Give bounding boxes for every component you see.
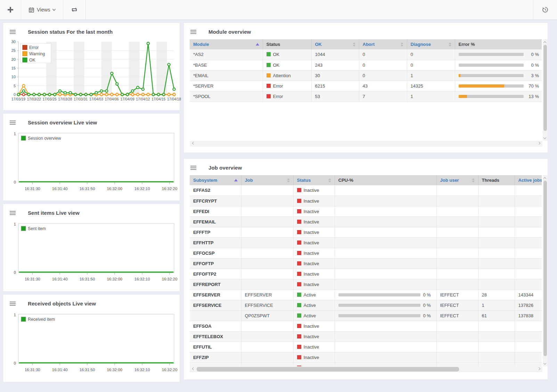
module-row-email[interactable]: *EMAILAttention30013 % <box>190 70 542 81</box>
job-row-effsoa[interactable]: EFFSOAInactive <box>190 321 542 331</box>
session-overview-chart: 10Session overview16:31:3016:31:4016:31:… <box>5 130 179 194</box>
job-row-effocsp[interactable]: EFFOCSPInactive <box>190 248 542 258</box>
job-user-cell <box>436 269 478 279</box>
job-row-effftp[interactable]: EFFFTPInactive <box>190 227 542 237</box>
column-header-ok[interactable]: OK <box>311 39 359 49</box>
panel-menu-button[interactable] <box>10 211 16 215</box>
job-user-cell <box>436 331 478 342</box>
status-label: Inactive <box>304 188 319 193</box>
history-button[interactable] <box>533 0 557 19</box>
received-objects-chart: 10Received item16:31:3016:31:4016:31:501… <box>5 311 179 375</box>
scroll-up-arrow[interactable] <box>544 177 547 179</box>
sent-items-chart: 10Sent item16:31:3016:31:4016:31:5016:32… <box>5 220 179 285</box>
scroll-down-arrow[interactable] <box>544 362 547 365</box>
status-square-icon <box>297 282 301 286</box>
job-vertical-scrollbar[interactable] <box>543 175 548 366</box>
diagnose-cell: 1 <box>407 91 455 101</box>
svg-text:16:31:30: 16:31:30 <box>25 277 40 281</box>
sort-icon <box>401 42 403 47</box>
sort-ascending-icon <box>234 179 238 181</box>
active-jobs-cell: 137826 <box>515 300 542 310</box>
svg-text:16:32:00: 16:32:00 <box>107 368 122 372</box>
module-row-as2[interactable]: *AS2OK1044000 % <box>190 49 542 60</box>
subsystem-cell: EFFOFTP2 <box>190 269 241 279</box>
active-jobs-cell <box>515 362 542 366</box>
svg-text:OK: OK <box>29 58 36 63</box>
job-row-effhttp[interactable]: EFFHTTPInactive <box>190 237 542 248</box>
column-header-job[interactable]: Job <box>241 175 293 185</box>
job-row-effemail[interactable]: EFFEMAILInactive <box>190 217 542 227</box>
add-view-button[interactable] <box>0 0 21 19</box>
scroll-left-arrow[interactable] <box>191 368 194 370</box>
panel-menu-button[interactable] <box>190 30 196 34</box>
scrollbar-thumb[interactable] <box>197 367 459 371</box>
panel-menu-button[interactable] <box>10 302 16 306</box>
views-dropdown[interactable]: Views <box>21 0 63 19</box>
module-cell: *BASE <box>190 60 263 70</box>
job-row-effcrypt[interactable]: EFFCRYPTInactive <box>190 196 542 206</box>
scroll-right-arrow[interactable] <box>538 368 541 370</box>
cpu-cell <box>335 217 436 227</box>
module-horizontal-scrollbar[interactable] <box>190 141 542 147</box>
scroll-left-arrow[interactable] <box>191 142 194 145</box>
scroll-right-arrow[interactable] <box>538 142 541 145</box>
views-label: Views <box>37 7 50 13</box>
scroll-up-arrow[interactable] <box>544 41 547 43</box>
module-vertical-scrollbar[interactable] <box>543 39 548 141</box>
column-header-job-user[interactable]: Job user <box>436 175 478 185</box>
column-header-abort[interactable]: Abort <box>359 39 407 49</box>
panel-menu-button[interactable] <box>10 121 16 125</box>
job-row-effservice[interactable]: EFFSERVICEEFFSERVICEActive0 %IEFFECT1137… <box>190 300 542 310</box>
ok-cell: 6215 <box>311 81 359 91</box>
svg-text:16:32:10: 16:32:10 <box>134 368 150 372</box>
job-row-effoftp2[interactable]: EFFOFTP2Inactive <box>190 269 542 279</box>
subsystem-cell: EFFSOA <box>190 321 241 331</box>
subsystem-cell: EFFZIP <box>190 352 241 362</box>
cpu-cell <box>335 279 436 289</box>
svg-text:16:32:20: 16:32:20 <box>162 187 178 191</box>
job-row-effutil[interactable]: EFFUTILInactive <box>190 342 542 352</box>
job-row-efftelebox[interactable]: EFFTELEBOXInactive <box>190 331 542 342</box>
column-header-module[interactable]: Module <box>190 39 263 49</box>
progress-bar <box>338 293 420 296</box>
job-row-effreport[interactable]: EFFREPORTInactive <box>190 279 542 289</box>
panel-job-overview: Job overview SubsystemJobStatusCPU-%Job … <box>183 158 548 380</box>
job-row-effoftp[interactable]: EFFOFTPInactive <box>190 258 542 269</box>
module-row-base[interactable]: *BASEOK243000 % <box>190 60 542 70</box>
column-header-diagnose[interactable]: Diagnose <box>407 39 455 49</box>
panel-menu-button[interactable] <box>10 30 16 34</box>
column-header-active-jobs[interactable]: Active jobs <box>515 175 542 185</box>
panel-title: Sent items Live view <box>28 210 80 216</box>
job-cell <box>241 185 293 196</box>
error-pct-cell: 0 % <box>455 49 542 60</box>
abort-cell: 7 <box>359 91 407 101</box>
status-cell: Active <box>293 289 335 300</box>
job-row-effedi[interactable]: EFFEDIInactive <box>190 206 542 217</box>
status-square-icon <box>297 220 301 224</box>
column-header-status[interactable]: Status <box>293 175 335 185</box>
job-row-effserver[interactable]: EFFSERVEREFFSERVERActive0 %IEFFECT281433… <box>190 289 542 300</box>
refresh-button[interactable] <box>63 0 86 19</box>
svg-text:Error: Error <box>29 45 39 50</box>
history-icon <box>542 6 549 13</box>
column-label: Threads <box>482 178 500 183</box>
column-header-cpu-: CPU-% <box>335 175 436 185</box>
job-row-effzip[interactable]: EFFZIPInactive <box>190 352 542 362</box>
job-row-qp0zspwt[interactable]: QP0ZSPWTActive0 %IEFFECT61137838 <box>190 310 542 321</box>
job-row-effas2[interactable]: EFFAS2Inactive <box>190 185 542 196</box>
column-header-subsystem[interactable]: Subsystem <box>190 175 241 185</box>
active-jobs-cell <box>515 258 542 269</box>
status-cell: Inactive <box>293 227 335 237</box>
scroll-down-arrow[interactable] <box>544 137 547 139</box>
scrollbar-thumb[interactable] <box>543 181 547 356</box>
job-horizontal-scrollbar[interactable] <box>190 366 542 372</box>
column-header-error-: Error % <box>455 39 542 49</box>
module-row-server[interactable]: *SERVERError6215431432570 % <box>190 81 542 91</box>
job-row-partial[interactable]: Inactive <box>190 362 542 366</box>
status-square-icon <box>297 303 301 307</box>
scrollbar-thumb[interactable] <box>543 45 547 131</box>
progress-label: 0 % <box>420 292 433 297</box>
module-row-spool[interactable]: *SPOOLError537113 % <box>190 91 542 101</box>
panel-menu-button[interactable] <box>190 166 196 170</box>
progress-bar <box>459 84 524 88</box>
